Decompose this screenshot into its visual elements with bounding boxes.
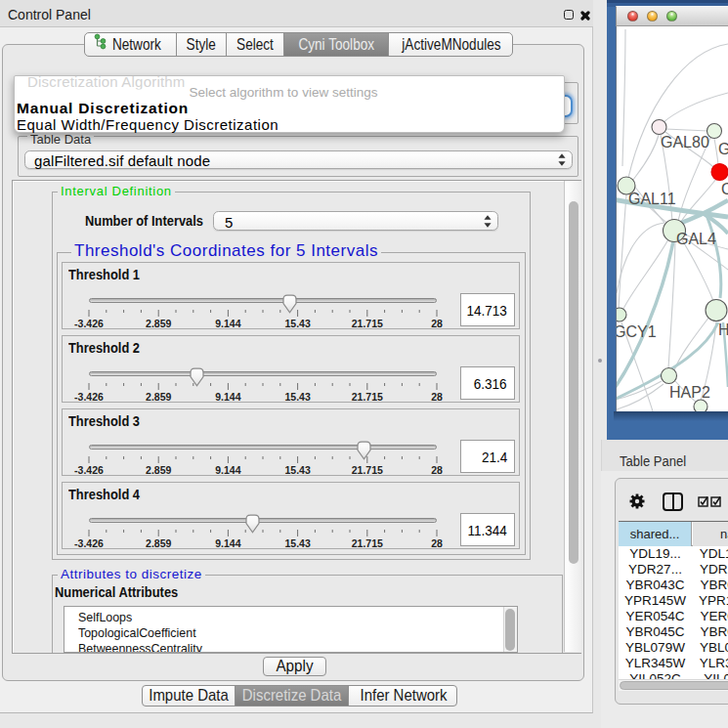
svg-text:GAL80: GAL80 [661,134,709,150]
svg-text:GCY1: GCY1 [617,323,657,340]
svg-text:C: C [721,181,728,197]
svg-text:HAP2: HAP2 [669,384,710,401]
svg-text:GAL11: GAL11 [628,191,676,207]
svg-text:G.: G. [718,141,728,157]
svg-text:GAL4: GAL4 [676,231,716,247]
svg-text:H: H [718,321,728,338]
